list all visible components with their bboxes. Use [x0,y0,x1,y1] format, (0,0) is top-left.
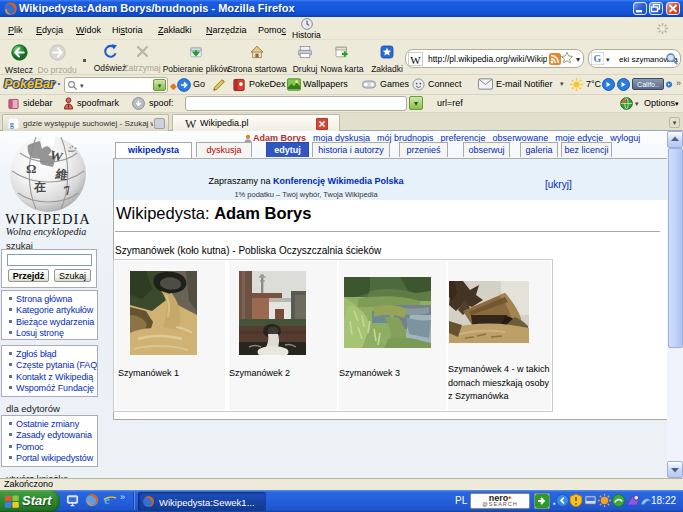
svg-text:維: 維 [54,166,69,182]
svg-text:G: G [593,53,601,64]
svg-text:Ω: Ω [26,161,36,176]
svg-text:e: e [104,493,110,507]
svg-text:在: 在 [33,180,46,194]
